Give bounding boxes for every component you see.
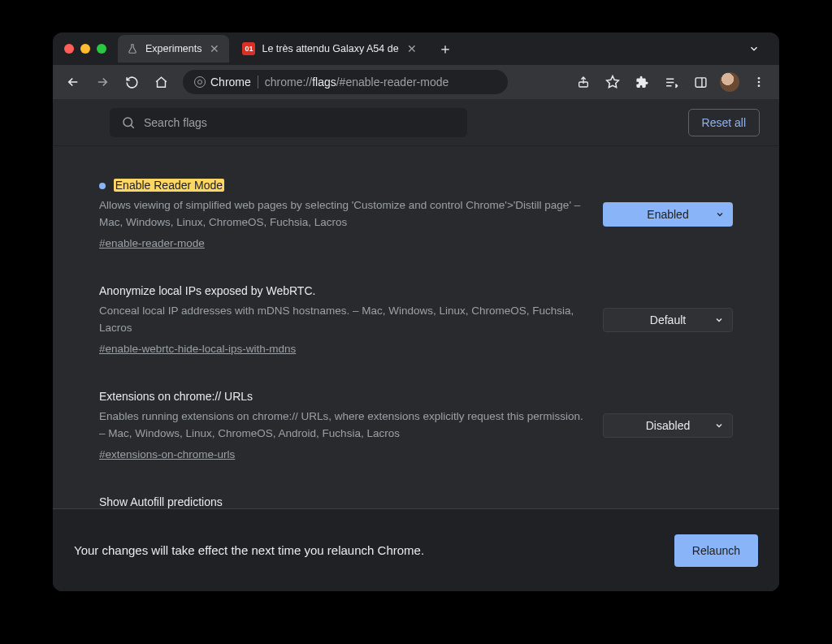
flag-hash-link[interactable]: #enable-webrtc-hide-local-ips-with-mdns [99, 341, 296, 357]
flag-select-value: Enabled [647, 208, 688, 221]
relaunch-button[interactable]: Relaunch [674, 534, 758, 567]
separator [258, 76, 258, 89]
flag-title: Enable Reader Mode [114, 179, 224, 192]
flag-description: Enables running extensions on chrome:// … [99, 408, 585, 442]
address-bar[interactable]: Chrome chrome://flags/#enable-reader-mod… [183, 70, 508, 94]
svg-point-4 [758, 84, 760, 87]
side-panel-button[interactable] [688, 70, 713, 94]
extensions-button[interactable] [630, 70, 654, 94]
search-input[interactable]: Search flags [110, 108, 467, 137]
avatar [720, 72, 739, 92]
url-text: chrome://flags/#enable-reader-mode [265, 76, 448, 89]
profile-button[interactable] [717, 70, 742, 94]
flags-header: Search flags Reset all [53, 99, 779, 146]
browser-window: Experiments ✕ 01 Le très attendu Galaxy … [53, 32, 779, 591]
window-controls [61, 44, 113, 54]
flag-select[interactable]: Default [603, 308, 733, 332]
maximize-window-button[interactable] [97, 44, 106, 54]
search-placeholder: Search flags [144, 116, 207, 129]
flag-select-value: Default [650, 313, 686, 326]
share-button[interactable] [571, 70, 596, 94]
site-favicon: 01 [242, 42, 255, 55]
tab-experiments[interactable]: Experiments ✕ [118, 35, 229, 63]
back-button[interactable] [61, 70, 85, 94]
chrome-icon [194, 76, 206, 88]
flag-select[interactable]: Disabled [603, 413, 733, 438]
flag-row: Extensions on chrome:// URLs Enables run… [99, 377, 733, 482]
reload-button[interactable] [119, 70, 144, 94]
flag-hash-link[interactable]: #enable-reader-mode [99, 236, 205, 252]
tab-title: Experiments [145, 43, 202, 54]
tab-strip: Experiments ✕ 01 Le très attendu Galaxy … [53, 32, 779, 65]
search-icon [121, 115, 136, 130]
svg-point-2 [758, 77, 760, 80]
modified-indicator [99, 183, 106, 189]
page-content: Search flags Reset all Enable Reader Mod… [53, 99, 779, 591]
minimize-window-button[interactable] [80, 44, 90, 54]
tab-search-button[interactable] [737, 43, 771, 54]
chrome-chip: Chrome [194, 76, 251, 89]
flag-hash-link[interactable]: #extensions-on-chrome-urls [99, 447, 235, 463]
flag-row: Anonymize local IPs exposed by WebRTC. C… [99, 271, 733, 377]
flag-select[interactable]: Enabled [603, 202, 733, 227]
reading-list-button[interactable] [659, 70, 683, 94]
home-button[interactable] [149, 70, 173, 94]
flag-title: Extensions on chrome:// URLs [99, 390, 253, 403]
toolbar: Chrome chrome://flags/#enable-reader-mod… [53, 65, 779, 99]
tab-title: Le très attendu Galaxy A54 de [262, 43, 398, 54]
reset-all-button[interactable]: Reset all [688, 109, 760, 136]
close-tab-icon[interactable]: ✕ [405, 42, 418, 55]
flag-select-value: Disabled [646, 419, 690, 432]
svg-point-3 [758, 81, 760, 84]
bookmark-button[interactable] [600, 70, 625, 94]
flag-row: Enable Reader Mode Allows viewing of sim… [99, 166, 733, 271]
flag-description: Conceal local IP addresses with mDNS hos… [99, 303, 585, 336]
flag-title: Show Autofill predictions [99, 495, 223, 508]
new-tab-button[interactable]: ＋ [427, 39, 464, 58]
chrome-chip-label: Chrome [210, 76, 251, 89]
svg-rect-1 [696, 77, 706, 86]
menu-button[interactable] [747, 70, 771, 94]
close-window-button[interactable] [64, 44, 74, 54]
flag-title: Anonymize local IPs exposed by WebRTC. [99, 284, 315, 297]
tab-article[interactable]: 01 Le très attendu Galaxy A54 de ✕ [234, 35, 426, 63]
close-tab-icon[interactable]: ✕ [208, 42, 221, 55]
relaunch-message: Your changes will take effect the next t… [74, 543, 424, 557]
flask-icon [126, 42, 139, 55]
relaunch-bar: Your changes will take effect the next t… [53, 508, 779, 591]
forward-button[interactable] [90, 70, 115, 94]
flag-description: Allows viewing of simplified web pages b… [99, 197, 585, 231]
svg-point-5 [124, 118, 132, 127]
